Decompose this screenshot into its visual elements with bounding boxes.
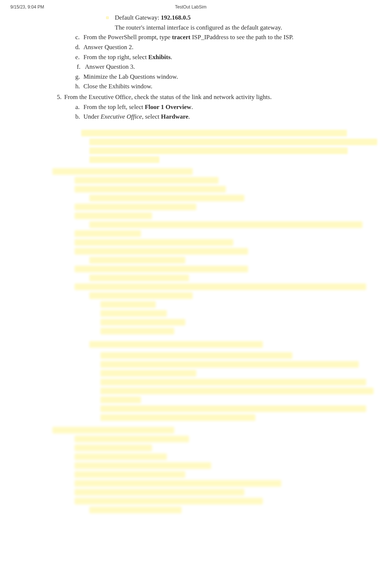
step-5-sub: a. From the top left, select Floor 1 Ove… <box>52 103 362 122</box>
step-5b: b. Under Executive Office, select Hardwa… <box>75 112 362 122</box>
item-e: e. From the top right, select Exhibits. <box>52 53 362 62</box>
gateway-lead: Default Gateway: <box>115 14 161 21</box>
step-5a: a. From the top left, select Floor 1 Ove… <box>75 103 362 112</box>
item-d: d. Answer Question 2. <box>52 43 362 52</box>
header-title: TestOut LabSim <box>44 4 337 10</box>
item-g: g. Minimize the Lab Questions window. <box>52 72 362 82</box>
gateway-note: The router's internal interface is confi… <box>52 23 362 33</box>
item-h: h. Close the Exhibits window. <box>52 82 362 91</box>
header-timestamp: 9/15/23, 9:04 PM <box>10 4 44 10</box>
gateway-value: 192.168.0.5 <box>161 14 191 21</box>
document-body: Default Gateway: 192.168.0.5 The router'… <box>0 11 392 513</box>
bullet-icon <box>106 16 109 19</box>
item-c: c. From the PowerShell prompt, type trac… <box>52 33 362 42</box>
bullet-default-gateway: Default Gateway: 192.168.0.5 The router'… <box>52 13 362 32</box>
sub-list-c-h: c. From the PowerShell prompt, type trac… <box>52 33 362 91</box>
item-f: f. Answer Question 3. <box>52 62 362 72</box>
obscured-explanation-block <box>27 130 377 513</box>
step-5: 5. From the Executive Office, check the … <box>52 93 362 102</box>
